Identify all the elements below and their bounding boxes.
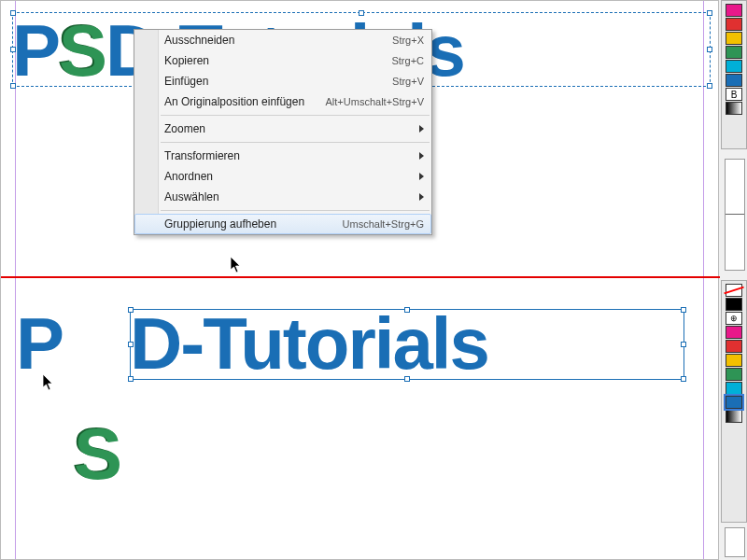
color-swatch[interactable] <box>726 326 742 339</box>
color-swatch[interactable] <box>726 368 742 381</box>
color-swatch[interactable] <box>726 74 742 87</box>
chevron-right-icon <box>419 152 424 160</box>
color-swatch[interactable] <box>726 382 742 395</box>
chevron-right-icon <box>419 125 424 133</box>
menu-item-label: Einfügen <box>164 75 208 88</box>
color-swatch[interactable] <box>726 410 742 423</box>
swatch-panel-bottom[interactable]: ⊕ <box>721 280 747 523</box>
color-swatch[interactable] <box>726 396 742 409</box>
menu-item[interactable]: AusschneidenStrg+X <box>134 30 431 50</box>
color-swatch[interactable] <box>726 354 742 367</box>
glyph-p-ungrouped[interactable]: P <box>16 301 64 386</box>
selection-bounding-box-bottom <box>130 309 684 380</box>
mini-panel-top <box>725 159 745 271</box>
color-swatch[interactable] <box>726 46 742 59</box>
menu-item[interactable]: An Originalposition einfügenAlt+Umschalt… <box>134 91 431 112</box>
color-swatch[interactable] <box>726 284 742 297</box>
glyph-s-ungrouped[interactable]: S <box>74 412 122 497</box>
menu-item[interactable]: Transformieren <box>134 146 431 166</box>
menu-item-label: An Originalposition einfügen <box>164 95 304 108</box>
menu-item-label: Auswählen <box>164 190 219 203</box>
menu-item-label: Anordnen <box>164 170 213 183</box>
chevron-right-icon <box>419 173 424 180</box>
cursor-icon <box>231 257 242 273</box>
color-swatch[interactable] <box>726 18 742 31</box>
chevron-right-icon <box>419 193 424 201</box>
menu-item[interactable]: Auswählen <box>134 187 431 207</box>
menu-item-label: Zoomen <box>164 122 205 135</box>
menu-shortcut: Strg+V <box>392 76 424 87</box>
swatch-panel-top[interactable]: B <box>721 0 747 149</box>
menu-item[interactable]: EinfügenStrg+V <box>134 71 431 91</box>
menu-item-label: Ausschneiden <box>164 34 234 47</box>
canvas[interactable]: PSD-Tutorials AusschneidenStrg+XKopieren… <box>0 0 719 560</box>
menu-shortcut: Umschalt+Strg+G <box>343 218 424 230</box>
menu-separator <box>161 115 430 116</box>
menu-item-label: Kopieren <box>164 54 209 67</box>
color-swatch[interactable] <box>726 340 742 353</box>
page-divider <box>1 276 720 278</box>
color-swatch[interactable] <box>726 102 742 115</box>
menu-item[interactable]: KopierenStrg+C <box>134 50 431 71</box>
menu-shortcut: Strg+X <box>392 35 424 46</box>
menu-item[interactable]: Zoomen <box>134 119 431 139</box>
menu-item-label: Gruppierung aufheben <box>164 217 276 231</box>
menu-shortcut: Alt+Umschalt+Strg+V <box>326 96 424 107</box>
color-swatch[interactable] <box>726 60 742 73</box>
menu-separator <box>161 142 430 143</box>
color-swatch[interactable] <box>726 32 742 45</box>
menu-item-label: Transformieren <box>164 149 240 162</box>
color-swatch[interactable] <box>726 298 742 311</box>
color-swatch[interactable]: ⊕ <box>726 312 742 325</box>
color-swatch[interactable] <box>726 4 742 17</box>
color-swatch[interactable]: B <box>726 88 742 101</box>
context-menu[interactable]: AusschneidenStrg+XKopierenStrg+CEinfügen… <box>134 29 432 235</box>
menu-separator <box>161 210 430 211</box>
menu-item[interactable]: Anordnen <box>134 166 431 187</box>
menu-shortcut: Strg+C <box>391 55 424 66</box>
mini-panel-bottom <box>725 527 745 557</box>
menu-item[interactable]: Gruppierung aufhebenUmschalt+Strg+G <box>134 214 431 234</box>
